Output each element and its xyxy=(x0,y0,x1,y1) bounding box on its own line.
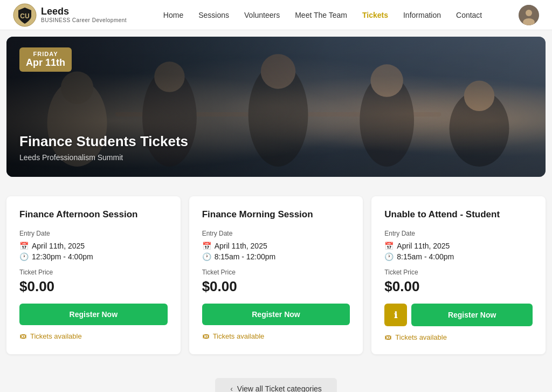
price-value-3: $0.00 xyxy=(384,278,533,295)
nav-volunteers[interactable]: Volunteers xyxy=(244,11,280,19)
ticket-card-afternoon: Finance Afternoon Session Entry Date 📅 A… xyxy=(6,196,181,354)
hero-content: Finance Students Tickets Leeds Professio… xyxy=(19,133,188,162)
entry-date-label-2: Entry Date xyxy=(202,230,350,237)
event-date-badge: Friday Apr 11th xyxy=(19,47,72,72)
nav-sessions[interactable]: Sessions xyxy=(198,11,229,19)
tickets-available-3: 🎟 Tickets available xyxy=(384,333,533,341)
ticket-cards-section: Finance Afternoon Session Entry Date 📅 A… xyxy=(0,183,552,367)
site-logo[interactable]: CU Leeds BUSINESS Career Development xyxy=(13,3,127,27)
calendar-icon-1: 📅 xyxy=(19,242,29,250)
card-date-2: 📅 April 11th, 2025 xyxy=(202,242,350,250)
nav-information[interactable]: Information xyxy=(403,11,441,19)
clock-icon-1: 🕐 xyxy=(19,252,29,261)
main-nav: CU Leeds BUSINESS Career Development Hom… xyxy=(0,0,552,30)
card-title-3: Unable to Attend - Student xyxy=(384,209,533,220)
card-time-3: 🕐 8:15am - 4:00pm xyxy=(384,252,533,261)
price-label-1: Ticket Price xyxy=(19,269,168,276)
ticket-icon-2: 🎟 xyxy=(202,332,210,340)
event-title: Finance Students Tickets xyxy=(19,133,188,150)
ticket-card-unable: Unable to Attend - Student Entry Date 📅 … xyxy=(371,196,546,354)
clock-icon-2: 🕐 xyxy=(202,252,211,261)
nav-meet-the-team[interactable]: Meet The Team xyxy=(295,11,347,19)
user-avatar[interactable] xyxy=(519,5,539,25)
card-title-2: Finance Morning Session xyxy=(202,209,350,220)
logo-leeds: Leeds xyxy=(41,6,127,18)
card-title-1: Finance Afternoon Session xyxy=(19,209,168,220)
view-all-section: ‹ View all Ticket categories xyxy=(0,367,552,392)
nav-tickets[interactable]: Tickets xyxy=(362,11,388,19)
card-date-3: 📅 April 11th, 2025 xyxy=(384,242,533,250)
price-label-2: Ticket Price xyxy=(202,269,350,276)
ticket-cards-grid: Finance Afternoon Session Entry Date 📅 A… xyxy=(6,196,546,354)
logo-sub: BUSINESS Career Development xyxy=(41,17,127,24)
chevron-left-icon: ‹ xyxy=(230,384,233,392)
avatar-image xyxy=(519,5,539,25)
ticket-icon-3: 🎟 xyxy=(384,333,392,341)
tickets-available-1: 🎟 Tickets available xyxy=(19,332,168,340)
price-value-2: $0.00 xyxy=(202,278,350,295)
card-time-1: 🕐 12:30pm - 4:00pm xyxy=(19,252,168,261)
nav-links: Home Sessions Volunteers Meet The Team T… xyxy=(163,10,482,20)
view-all-button[interactable]: ‹ View all Ticket categories xyxy=(215,378,337,392)
register-button-2[interactable]: Register Now xyxy=(202,304,350,325)
nav-home[interactable]: Home xyxy=(163,11,183,19)
calendar-icon-3: 📅 xyxy=(384,242,394,250)
svg-point-3 xyxy=(526,10,532,16)
entry-date-label-3: Entry Date xyxy=(384,230,533,237)
card-date-1: 📅 April 11th, 2025 xyxy=(19,242,168,250)
calendar-icon-2: 📅 xyxy=(202,242,211,250)
event-hero: Friday Apr 11th Finance Students Tickets… xyxy=(6,37,546,177)
ticket-card-morning: Finance Morning Session Entry Date 📅 Apr… xyxy=(189,196,363,354)
event-date: Apr 11th xyxy=(26,57,65,68)
view-all-label: View all Ticket categories xyxy=(237,384,322,392)
register-button-1[interactable]: Register Now xyxy=(19,304,168,325)
svg-text:CU: CU xyxy=(20,12,29,20)
event-subtitle: Leeds Professionalism Summit xyxy=(19,153,188,162)
price-value-1: $0.00 xyxy=(19,278,168,295)
card-time-2: 🕐 8:15am - 12:00pm xyxy=(202,252,350,261)
register-button-3[interactable]: Register Now xyxy=(411,304,533,326)
info-button-3[interactable]: ℹ xyxy=(384,304,407,326)
logo-shield-icon: CU xyxy=(13,3,37,27)
tickets-available-2: 🎟 Tickets available xyxy=(202,332,350,340)
nav-contact[interactable]: Contact xyxy=(456,11,482,19)
card-action-row-3: ℹ Register Now xyxy=(384,304,533,326)
entry-date-label-1: Entry Date xyxy=(19,230,168,237)
ticket-icon-1: 🎟 xyxy=(19,332,27,340)
event-day: Friday xyxy=(26,51,65,57)
clock-icon-3: 🕐 xyxy=(384,252,394,261)
price-label-3: Ticket Price xyxy=(384,269,533,276)
